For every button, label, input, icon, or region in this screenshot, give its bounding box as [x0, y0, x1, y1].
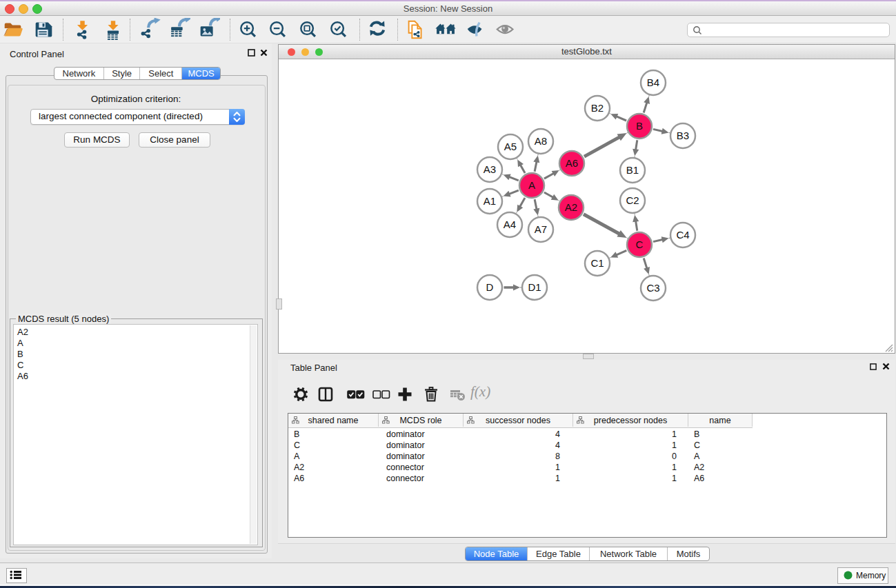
svg-text:A5: A5 — [504, 141, 517, 152]
svg-text:A2: A2 — [565, 201, 577, 213]
svg-text:B1: B1 — [626, 164, 639, 176]
svg-text:A1: A1 — [484, 195, 496, 207]
svg-text:B: B — [636, 120, 643, 132]
svg-text:D1: D1 — [528, 281, 541, 293]
svg-text:A4: A4 — [504, 219, 516, 230]
svg-text:A3: A3 — [484, 163, 496, 175]
svg-text:C4: C4 — [676, 229, 689, 241]
svg-text:B3: B3 — [677, 130, 689, 141]
svg-text:C2: C2 — [626, 194, 639, 206]
svg-text:B4: B4 — [647, 77, 659, 88]
svg-text:C: C — [636, 239, 644, 250]
svg-text:A8: A8 — [535, 135, 547, 147]
svg-text:B2: B2 — [591, 102, 604, 114]
svg-text:C3: C3 — [646, 282, 659, 294]
svg-text:A6: A6 — [566, 157, 578, 169]
svg-text:C1: C1 — [590, 257, 604, 269]
svg-text:D: D — [486, 281, 494, 293]
svg-text:A7: A7 — [535, 223, 547, 235]
svg-text:A: A — [528, 179, 535, 191]
